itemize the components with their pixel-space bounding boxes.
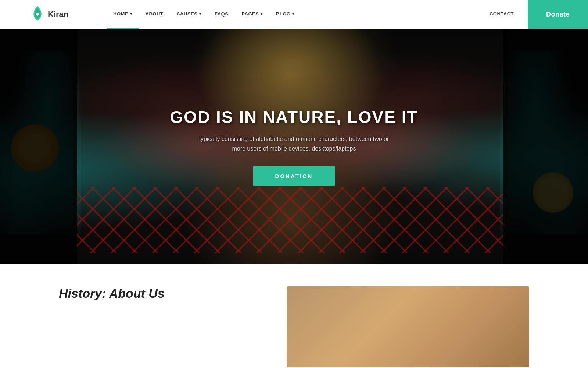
hero-title: GOD IS IN NATURE, LOVE IT — [170, 107, 418, 127]
hero-content: GOD IS IN NATURE, LOVE IT typically cons… — [162, 100, 425, 193]
chevron-down-icon: ▾ — [292, 12, 294, 16]
nav-item-pages[interactable]: PAGES ▾ — [235, 0, 269, 29]
chevron-down-icon: ▾ — [199, 12, 201, 16]
history-text-area: History: About Us — [59, 286, 265, 367]
nav-item-contact[interactable]: CONTACT — [483, 0, 520, 29]
below-hero-section: History: About Us — [0, 264, 588, 368]
hero-subtitle: typically consisting of alphabetic and n… — [198, 134, 390, 153]
chevron-down-icon: ▾ — [261, 12, 263, 16]
header: Kiran HOME ▾ ABOUT CAUSES ▾ FAQS PAGES ▾… — [0, 0, 588, 29]
chevron-down-icon: ▾ — [130, 12, 132, 16]
donation-button[interactable]: DONATION — [253, 166, 335, 186]
hero-right-pillar — [503, 29, 588, 264]
nav-item-causes[interactable]: CAUSES ▾ — [170, 0, 208, 29]
history-title: History: About Us — [59, 286, 265, 301]
hero-section: GOD IS IN NATURE, LOVE IT typically cons… — [0, 29, 588, 264]
history-image-placeholder — [287, 286, 529, 367]
history-image — [287, 286, 529, 367]
main-nav: HOME ▾ ABOUT CAUSES ▾ FAQS PAGES ▾ BLOG … — [99, 0, 528, 29]
hero-left-pillar — [0, 29, 77, 264]
logo-area[interactable]: Kiran — [0, 0, 99, 29]
brand-name: Kiran — [48, 10, 68, 19]
logo-icon — [31, 6, 44, 23]
nav-item-faqs[interactable]: FAQS — [208, 0, 235, 29]
nav-item-about[interactable]: ABOUT — [139, 0, 170, 29]
stained-glass-red-diamonds — [74, 187, 507, 253]
nav-item-home[interactable]: HOME ▾ — [107, 0, 139, 29]
donate-button[interactable]: Donate — [528, 0, 588, 29]
nav-item-blog[interactable]: BLOG ▾ — [269, 0, 301, 29]
flame-icon — [31, 6, 44, 23]
